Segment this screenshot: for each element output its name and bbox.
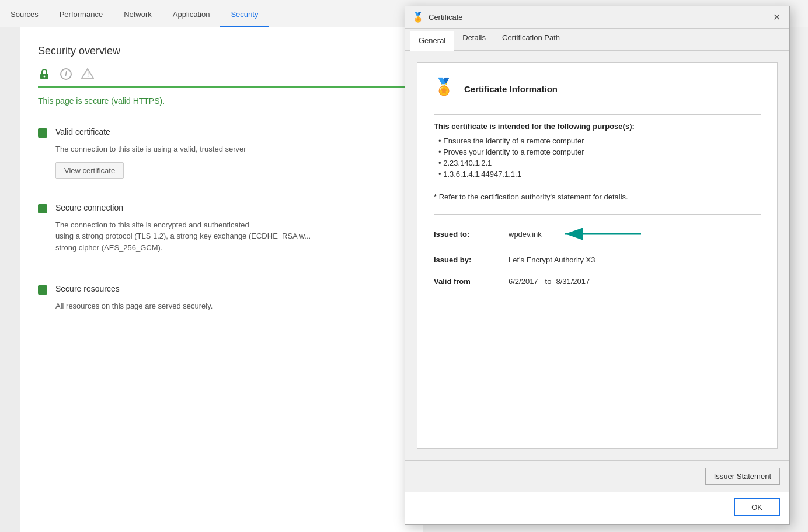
cert-purpose-list: Ensures the identity of a remote compute… (434, 136, 761, 181)
cert-purpose-item-1: Ensures the identity of a remote compute… (438, 136, 761, 145)
secure-connection-title: Secure connection (55, 203, 123, 212)
cert-footer-right: Issuer Statement (705, 468, 780, 485)
cert-refer-note: * Refer to the certification authority's… (434, 192, 761, 201)
cert-content-box: 🏅 Certificate Information This certifica… (417, 62, 778, 449)
cert-divider-1 (434, 114, 761, 115)
cert-tab-details[interactable]: Details (454, 29, 494, 51)
cert-purpose-item-4: 1.3.6.1.4.1.44947.1.1.1 (438, 170, 761, 178)
issuer-statement-button[interactable]: Issuer Statement (705, 468, 780, 485)
cert-purpose-header: This certificate is intended for the fol… (434, 122, 761, 131)
secure-connection-section: Secure connection The connection to this… (38, 191, 406, 273)
cert-footer: Issuer Statement (405, 460, 789, 492)
cert-issued-by-value: Let's Encrypt Authority X3 (509, 256, 595, 264)
cert-tabs: General Details Certification Path (405, 29, 789, 51)
secure-resources-title: Secure resources (55, 284, 120, 293)
security-overview-title: Security overview (38, 45, 406, 57)
cert-title-text: Certificate (429, 13, 463, 22)
secure-resources-body: All resources on this page are served se… (55, 300, 406, 312)
tab-performance[interactable]: Performance (49, 2, 113, 27)
security-status-message: This page is secure (valid HTTPS). (38, 88, 406, 116)
warning-icon: ! (81, 68, 94, 80)
cert-issued-by-label: Issued by: (434, 256, 504, 264)
cert-valid-from-row: Valid from 6/2/2017 to 8/31/2017 (434, 277, 761, 286)
security-icons-row: i ! (38, 68, 406, 80)
valid-certificate-section: Valid certificate The connection to this… (38, 116, 406, 191)
cert-header-icon: 🏅 (434, 77, 457, 100)
cert-tab-general[interactable]: General (410, 31, 454, 51)
tab-application[interactable]: Application (162, 2, 221, 27)
certificate-dialog: 🏅 Certificate ✕ General Details Certific… (405, 6, 790, 525)
secure-connection-dot (38, 204, 47, 214)
security-panel: Security overview i ! This page is secur… (20, 27, 423, 532)
cert-issued-to-label: Issued to: (434, 230, 504, 239)
cert-valid-to-label: to (545, 277, 552, 286)
cert-issued-to-value: wpdev.ink (509, 230, 542, 239)
tab-security[interactable]: Security (220, 2, 269, 27)
cert-close-button[interactable]: ✕ (771, 12, 782, 23)
cert-purpose-item-2: Proves your identity to a remote compute… (438, 148, 761, 156)
cert-info-title: Certificate Information (464, 84, 558, 94)
secure-connection-body: The connection to this site is encrypted… (55, 219, 406, 254)
cert-dialog-titlebar: 🏅 Certificate ✕ (405, 6, 789, 29)
cert-valid-from-value: 6/2/2017 (509, 277, 538, 286)
secure-connection-header: Secure connection (38, 203, 406, 214)
cert-issued-by-row: Issued by: Let's Encrypt Authority X3 (434, 256, 761, 264)
cert-body: 🏅 Certificate Information This certifica… (405, 51, 789, 460)
tab-sources[interactable]: Sources (0, 2, 49, 27)
cert-valid-to-value: 8/31/2017 (556, 277, 590, 286)
cert-title-left: 🏅 Certificate (412, 12, 463, 23)
info-icon: i (60, 68, 72, 80)
cert-title-icon: 🏅 (412, 12, 424, 23)
secure-resources-header: Secure resources (38, 284, 406, 295)
cert-ok-button[interactable]: OK (734, 498, 780, 516)
cert-purpose-item-3: 2.23.140.1.2.1 (438, 159, 761, 167)
cert-arrow-annotation (553, 225, 647, 243)
valid-certificate-title: Valid certificate (55, 127, 110, 136)
svg-text:!: ! (87, 72, 89, 78)
cert-tab-certification-path[interactable]: Certification Path (494, 29, 568, 51)
valid-certificate-dot (38, 128, 47, 138)
svg-point-1 (44, 76, 46, 78)
tab-network[interactable]: Network (113, 2, 162, 27)
lock-icon (38, 68, 51, 80)
cert-info-header: 🏅 Certificate Information (434, 77, 761, 100)
cert-divider-2 (434, 214, 761, 215)
cert-valid-from-label: Valid from (434, 277, 504, 286)
left-sidebar-bar (0, 27, 20, 532)
secure-resources-dot (38, 285, 47, 295)
secure-resources-section: Secure resources All resources on this p… (38, 272, 406, 331)
view-certificate-button[interactable]: View certificate (55, 162, 124, 179)
cert-issued-to-row: Issued to: wpdev.ink (434, 225, 761, 243)
valid-certificate-body: The connection to this site is using a v… (55, 144, 406, 155)
cert-ok-row: OK (405, 492, 789, 524)
valid-certificate-header: Valid certificate (38, 127, 406, 138)
